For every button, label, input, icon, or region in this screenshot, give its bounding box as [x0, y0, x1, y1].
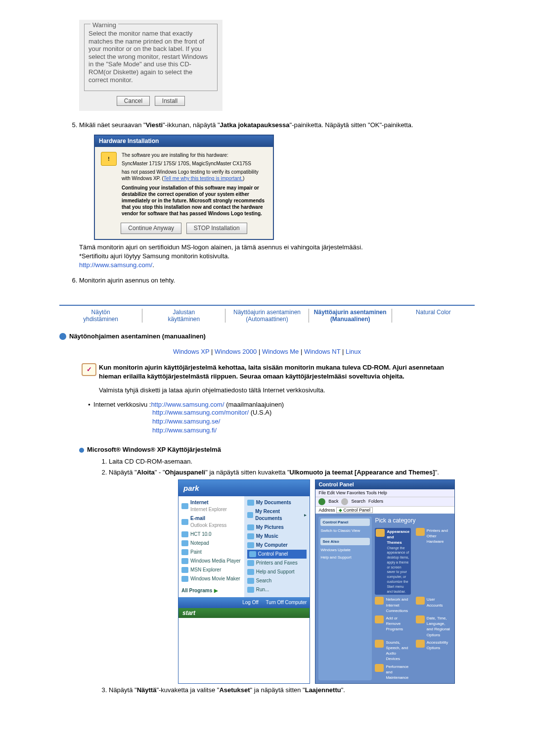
run-icon: [247, 587, 254, 593]
after5-line2: *Sertifioitu ajuri löytyy Samsung monito…: [79, 252, 504, 261]
link-samsung-se[interactable]: http://www.samsung.se/: [152, 418, 220, 425]
section-head: Näytönohjaimen asentaminen (manuaalinen): [59, 332, 475, 340]
cat-performance[interactable]: Performance and Maintenance: [375, 664, 410, 681]
start-control-panel-item[interactable]: Control Panel: [247, 550, 307, 559]
network-icon: [375, 597, 384, 605]
link-linux[interactable]: Linux: [346, 348, 361, 355]
windows-update-link[interactable]: Windows Update: [320, 546, 370, 554]
chevron-right-icon: ▶: [214, 587, 218, 594]
tab-driver-manual[interactable]: Näyttöajurin asentaminen(Manuaalinen): [309, 309, 392, 323]
accessibility-icon: [416, 640, 425, 648]
wmp-icon: [181, 558, 188, 564]
tab-jalustan-kayttaminen[interactable]: Jalustankäyttäminen: [142, 309, 225, 323]
sounds-icon: [375, 640, 384, 648]
printer-icon: [247, 560, 254, 566]
tabs-row: Näytönyhdistäminen Jalustankäyttäminen N…: [59, 305, 475, 323]
help-icon: [247, 569, 254, 575]
cp-title: Control Panel: [315, 480, 454, 489]
note-text-2: Valmista tyhjä disketti ja lataa ajurin …: [99, 386, 455, 394]
forward-icon[interactable]: [341, 498, 348, 505]
switch-classic-link[interactable]: Switch to Classic View: [320, 527, 370, 534]
folder-icon: [247, 524, 254, 530]
link-windows-xp[interactable]: Windows XP: [173, 348, 209, 355]
users-icon: [416, 597, 425, 605]
cp-side-see: See Also: [320, 538, 370, 545]
search-toolbar[interactable]: Search: [351, 498, 365, 505]
internet-links-line: Internet verkkosivu :http://www.samsung.…: [88, 401, 455, 408]
start-user: park: [178, 480, 310, 496]
xp-step-3: Näpäytä "Näyttä"-kuvaketta ja valitse "A…: [109, 686, 504, 695]
warning-icon: !: [101, 152, 117, 166]
xp-step-2: Näpäytä "Aloita" - "Ohjauspaneli" ja näp…: [109, 468, 504, 684]
cp-side-cp: Control Panel: [320, 519, 370, 526]
folder-icon: [247, 500, 254, 506]
cancel-button[interactable]: Cancel: [117, 96, 150, 106]
search-icon: [247, 578, 254, 584]
addremove-icon: [375, 615, 384, 623]
warning-legend: Warning: [90, 21, 118, 29]
msn-icon: [181, 567, 188, 573]
note-row: ✓ Kun monitorin ajurin käyttöjärjestelmä…: [79, 363, 455, 381]
folder-icon: [247, 512, 253, 518]
hw-line1: The software you are installing for this…: [122, 152, 267, 158]
logoff-button[interactable]: Log Off: [239, 599, 259, 606]
paint-icon: [181, 549, 188, 555]
step-5: Mikäli näet seuraavan "Viesti"-ikkunan, …: [79, 121, 504, 270]
computer-icon: [247, 542, 254, 548]
warning-text: Select the monitor name that exactly mat…: [89, 30, 213, 84]
tab-driver-auto[interactable]: Näyttöajurin asentaminen(Automaattinen): [225, 309, 309, 323]
tab-naytton-yhdistaminen[interactable]: Näytönyhdistäminen: [59, 309, 142, 323]
os-links: Windows XP | Windows 2000 | Windows Me |…: [30, 348, 504, 355]
cp-menubar: File Edit View Favorites Tools Help: [315, 489, 454, 497]
hardware-installation-dialog: Hardware Installation ! The software you…: [94, 135, 274, 240]
after5-line1: Tämä monitorin ajuri on sertifioidun MS-…: [79, 243, 504, 252]
cat-user-accounts[interactable]: User Accounts: [416, 597, 451, 614]
folders-toolbar[interactable]: Folders: [368, 498, 383, 505]
start-menu-screenshot: park InternetInternet Explorer E-mailOut…: [178, 479, 310, 684]
notepad-icon: [181, 540, 188, 546]
globe-icon: [59, 333, 66, 340]
link-samsung-fi[interactable]: http://www.samsung.fi/: [152, 426, 217, 434]
cp-side: Control Panel Switch to Classic View See…: [318, 517, 372, 680]
hardware-icon: [416, 528, 425, 536]
turnoff-button[interactable]: Turn Off Computer: [263, 599, 307, 606]
cat-date-time[interactable]: Date, Time, Language, and Regional Optio…: [416, 615, 451, 638]
link-samsung-monitor[interactable]: http://www.samsung.com/monitor/: [152, 409, 249, 416]
check-icon: ✓: [82, 363, 96, 376]
pick-category: Pick a category: [375, 517, 451, 525]
performance-icon: [375, 664, 384, 672]
install-button[interactable]: Install: [155, 96, 185, 106]
ie-icon: [181, 503, 188, 509]
cat-network[interactable]: Network and Internet Connections: [375, 597, 410, 614]
warning-dialog: Warning Select the monitor name that exa…: [79, 20, 222, 111]
xp-step-1: Laita CD CD-ROM-asemaan.: [109, 457, 504, 466]
controlpanel-icon: [249, 551, 256, 557]
appearance-icon: [376, 529, 385, 537]
folder-icon: [247, 533, 254, 539]
help-support-link[interactable]: Help and Support: [320, 554, 370, 561]
control-panel-screenshot: Control Panel File Edit View Favorites T…: [315, 479, 455, 684]
mail-icon: [181, 519, 188, 525]
bullet-icon: [79, 448, 84, 453]
start-button[interactable]: start: [178, 608, 310, 618]
note-text-1: Kun monitorin ajurin käyttöjärjestelmä k…: [99, 363, 455, 381]
link-windows-2000[interactable]: Windows 2000: [215, 348, 257, 355]
cat-sounds[interactable]: Sounds, Speech, and Audio Devices: [375, 640, 410, 662]
back-icon[interactable]: [318, 498, 325, 505]
logo-testing-link[interactable]: Tell me why this testing is important.: [164, 176, 243, 181]
cp-toolbar: Back Search Folders: [315, 497, 454, 506]
xp-head: Microsoft® Windows® XP Käyttöjärjestelmä: [79, 446, 455, 453]
cat-appearance-themes[interactable]: Appearance and ThemesChange the appearan…: [375, 528, 410, 595]
hw-line4: Continuing your installation of this sof…: [122, 185, 267, 217]
link-windows-me[interactable]: Windows Me: [262, 348, 299, 355]
cat-accessibility[interactable]: Accessibility Options: [416, 640, 451, 662]
tab-natural-color[interactable]: Natural Color: [392, 309, 475, 323]
samsung-url[interactable]: http://www.samsung.com/: [79, 261, 152, 269]
link-samsung-global[interactable]: http://www.samsung.com/: [151, 401, 224, 408]
stop-installation-button[interactable]: STOP Installation: [186, 223, 247, 234]
hw-line2: SyncMaster 171S/ 175S/ 170S, MagicSyncMa…: [122, 160, 267, 167]
cat-printers-hardware[interactable]: Printers and Other Hardware: [416, 528, 451, 595]
link-windows-nt[interactable]: Windows NT: [304, 348, 340, 355]
continue-anyway-button[interactable]: Continue Anyway: [121, 223, 181, 234]
cat-add-remove[interactable]: Add or Remove Programs: [375, 615, 410, 638]
